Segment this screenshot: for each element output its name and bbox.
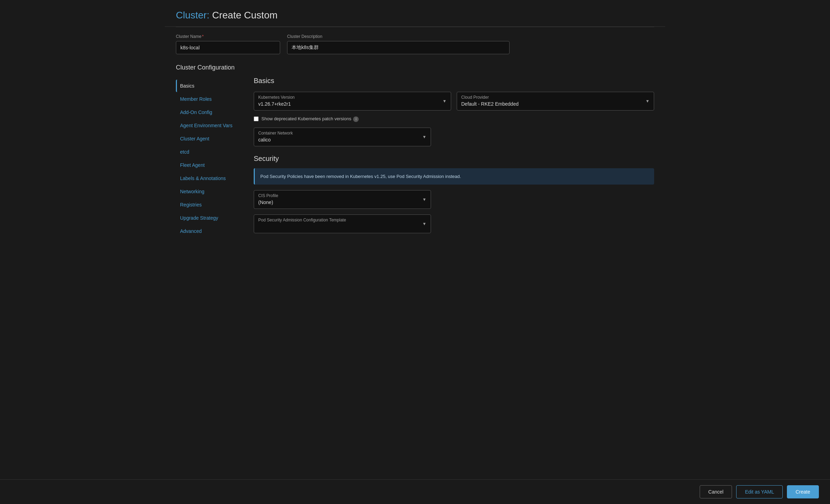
sidebar-item-registries[interactable]: Registries [176, 198, 245, 211]
sidebar-item-agent-env-vars[interactable]: Agent Environment Vars [176, 119, 245, 132]
cloud-provider-select[interactable]: Default - RKE2 Embedded None AWS [457, 100, 654, 110]
page-title-prefix: Cluster: [176, 10, 209, 21]
container-network-label: Container Network [254, 128, 431, 136]
pod-security-row: Pod Security Admission Configuration Tem… [254, 214, 654, 233]
sidebar-item-fleet-agent[interactable]: Fleet Agent [176, 159, 245, 171]
create-button[interactable]: Create [787, 485, 819, 498]
page-title: Cluster: Create Custom [176, 10, 654, 21]
k8s-version-select[interactable]: v1.26.7+rke2r1 v1.26.6+rke2r1 v1.26.5+rk… [254, 100, 451, 110]
deprecated-checkbox-row: Show deprecated Kubernetes patch version… [254, 116, 654, 122]
pod-security-select[interactable]: privileged baseline restricted [254, 222, 431, 233]
cluster-desc-label: Cluster Description [287, 34, 510, 39]
content-area: Basics Member Roles Add-On Config Agent … [165, 77, 665, 267]
sidebar-item-networking[interactable]: Networking [176, 185, 245, 198]
cis-profile-field: CIS Profile (None) cis-1.23 cis-1.24 ▼ [254, 190, 431, 209]
k8s-version-field: Kubernetes Version v1.26.7+rke2r1 v1.26.… [254, 92, 451, 111]
cis-profile-label: CIS Profile [254, 190, 431, 198]
container-network-select[interactable]: calico canal flannel weave [254, 136, 431, 146]
cluster-name-input[interactable] [176, 41, 280, 54]
container-network-field: Container Network calico canal flannel w… [254, 128, 431, 146]
form-top: Cluster Name* Cluster Description [165, 27, 665, 61]
security-info-banner: Pod Security Policies have been removed … [254, 168, 654, 185]
cis-profile-select-wrapper: CIS Profile (None) cis-1.23 cis-1.24 ▼ [254, 190, 431, 209]
k8s-version-select-wrapper: Kubernetes Version v1.26.7+rke2r1 v1.26.… [254, 92, 451, 111]
info-icon[interactable]: i [353, 116, 359, 122]
main-content: Basics Kubernetes Version v1.26.7+rke2r1… [245, 77, 654, 267]
show-deprecated-label[interactable]: Show deprecated Kubernetes patch version… [261, 116, 359, 122]
page-header: Cluster: Create Custom [165, 0, 665, 27]
edit-as-yaml-button[interactable]: Edit as YAML [736, 485, 783, 498]
sidebar-item-etcd[interactable]: etcd [176, 146, 245, 158]
cluster-config-title: Cluster Configuration [165, 61, 665, 77]
pod-security-select-wrapper: Pod Security Admission Configuration Tem… [254, 214, 431, 233]
cis-profile-select[interactable]: (None) cis-1.23 cis-1.24 [254, 198, 431, 209]
basics-section-title: Basics [254, 77, 654, 85]
cancel-button[interactable]: Cancel [700, 485, 732, 498]
cluster-desc-input[interactable] [287, 41, 510, 54]
cloud-provider-select-wrapper: Cloud Provider Default - RKE2 Embedded N… [457, 92, 654, 111]
sidebar-item-advanced[interactable]: Advanced [176, 225, 245, 237]
cluster-desc-group: Cluster Description [287, 34, 510, 54]
cluster-name-group: Cluster Name* [176, 34, 280, 54]
pod-security-label: Pod Security Admission Configuration Tem… [254, 215, 431, 222]
pod-security-field: Pod Security Admission Configuration Tem… [254, 214, 431, 233]
cloud-provider-field: Cloud Provider Default - RKE2 Embedded N… [457, 92, 654, 111]
k8s-version-label: Kubernetes Version [254, 92, 451, 100]
k8s-cloud-row: Kubernetes Version v1.26.7+rke2r1 v1.26.… [254, 92, 654, 111]
required-marker: * [202, 34, 204, 39]
sidebar-item-upgrade-strategy[interactable]: Upgrade Strategy [176, 212, 245, 224]
cis-profile-row: CIS Profile (None) cis-1.23 cis-1.24 ▼ [254, 190, 654, 209]
cloud-provider-label: Cloud Provider [457, 92, 654, 100]
container-network-row: Container Network calico canal flannel w… [254, 128, 654, 146]
page-container: Cluster: Create Custom Cluster Name* Clu… [165, 0, 665, 295]
footer-bar: Cancel Edit as YAML Create [0, 479, 830, 504]
sidebar-item-cluster-agent[interactable]: Cluster Agent [176, 132, 245, 145]
sidebar: Basics Member Roles Add-On Config Agent … [176, 77, 245, 267]
sidebar-item-basics[interactable]: Basics [176, 80, 245, 92]
show-deprecated-checkbox[interactable] [254, 116, 259, 121]
sidebar-item-labels-annotations[interactable]: Labels & Annotations [176, 172, 245, 185]
container-network-select-wrapper: Container Network calico canal flannel w… [254, 128, 431, 146]
sidebar-item-member-roles[interactable]: Member Roles [176, 93, 245, 105]
cluster-name-label: Cluster Name* [176, 34, 280, 39]
sidebar-item-add-on-config[interactable]: Add-On Config [176, 106, 245, 119]
security-section-title: Security [254, 155, 654, 163]
